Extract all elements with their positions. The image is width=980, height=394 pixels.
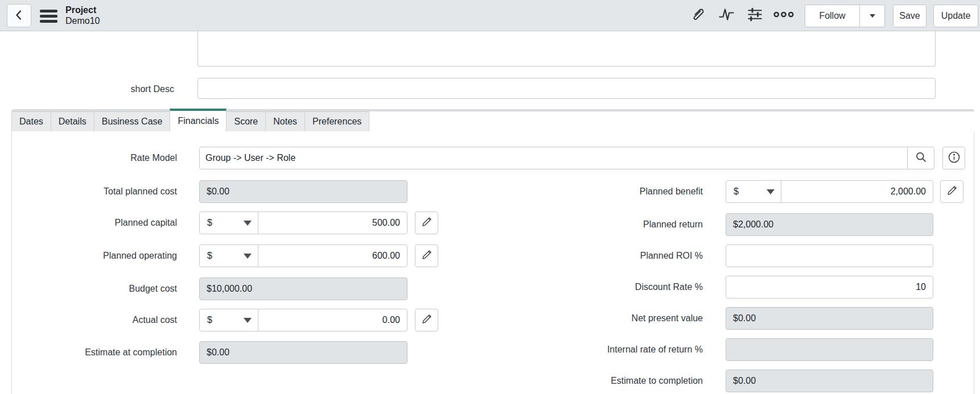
planned-benefit-input[interactable] — [781, 180, 933, 203]
follow-dropdown-button[interactable] — [859, 5, 885, 27]
internal-rate-of-return-label: Internal rate of return % — [532, 345, 703, 355]
chevron-down-icon — [244, 221, 252, 226]
currency-symbol: $ — [207, 315, 212, 325]
rate-model-info-button[interactable] — [942, 147, 965, 169]
budget-cost-value: $10,000.00 — [199, 277, 407, 300]
info-icon — [948, 151, 961, 166]
description-textarea[interactable] — [197, 31, 936, 67]
planned-benefit-edit-button[interactable] — [940, 180, 963, 203]
planned-capital-input[interactable] — [258, 211, 407, 234]
planned-operating-input[interactable] — [258, 244, 407, 267]
form-tabs: Dates Details Business Case Financials S… — [11, 109, 369, 132]
planned-operating-edit-button[interactable] — [415, 244, 438, 267]
paperclip-icon — [690, 7, 705, 24]
context-menu-icon[interactable] — [40, 10, 57, 23]
chevron-left-icon — [13, 9, 26, 23]
chevron-down-icon — [767, 189, 775, 194]
planned-capital-currency-select[interactable]: $ — [199, 211, 258, 234]
back-button[interactable] — [7, 4, 31, 27]
tab-financials[interactable]: Financials — [170, 109, 227, 132]
tab-dates[interactable]: Dates — [11, 111, 51, 132]
tab-details[interactable]: Details — [51, 111, 94, 132]
project-form-page: Project Demo10 Follow Save — [0, 0, 980, 394]
planned-capital-label: Planned capital — [18, 218, 177, 228]
budget-cost-label: Budget cost — [18, 284, 177, 294]
planned-capital-edit-button[interactable] — [415, 211, 438, 234]
attachment-button[interactable] — [684, 0, 710, 31]
currency-symbol: $ — [734, 186, 739, 197]
update-button[interactable]: Update — [933, 5, 978, 27]
personalize-form-button[interactable] — [742, 0, 768, 31]
pencil-icon — [421, 216, 433, 230]
rate-model-input[interactable] — [199, 147, 908, 169]
actual-cost-label: Actual cost — [18, 315, 177, 325]
chevron-down-icon — [244, 318, 252, 323]
currency-symbol: $ — [207, 218, 212, 228]
planned-roi-input[interactable] — [726, 244, 933, 267]
rate-model-label: Rate Model — [18, 153, 177, 163]
activity-stream-button[interactable] — [713, 0, 739, 31]
record-name: Demo10 — [65, 15, 100, 26]
page-title: Project — [65, 5, 100, 15]
actual-cost-currency-select[interactable]: $ — [199, 309, 258, 331]
tab-preferences[interactable]: Preferences — [304, 111, 369, 132]
more-options-icon — [773, 10, 794, 21]
record-title: Project Demo10 — [65, 5, 100, 26]
pencil-icon — [421, 249, 433, 263]
estimate-to-completion-label: Estimate to completion — [532, 376, 703, 386]
planned-operating-currency-select[interactable]: $ — [199, 244, 258, 267]
net-present-value-label: Net present value — [532, 313, 703, 324]
currency-symbol: $ — [207, 251, 212, 261]
chevron-down-icon — [244, 254, 252, 259]
discount-rate-input[interactable] — [726, 276, 933, 298]
pencil-icon — [946, 185, 958, 198]
pulse-icon — [718, 6, 735, 25]
planned-roi-label: Planned ROI % — [532, 251, 703, 261]
search-icon — [915, 151, 927, 165]
internal-rate-of-return-value — [726, 338, 933, 361]
planned-return-label: Planned return — [532, 219, 703, 230]
planned-operating-label: Planned operating — [18, 251, 177, 261]
save-button[interactable]: Save — [893, 5, 927, 27]
chevron-down-icon — [870, 14, 875, 18]
sliders-icon — [747, 7, 763, 24]
discount-rate-label: Discount Rate % — [532, 282, 703, 292]
tab-business-case[interactable]: Business Case — [94, 111, 171, 132]
actual-cost-edit-button[interactable] — [415, 309, 438, 331]
more-options-button[interactable] — [771, 0, 797, 31]
form-header: Project Demo10 Follow Save — [0, 0, 980, 31]
tab-notes[interactable]: Notes — [265, 111, 305, 132]
short-desc-label: short Desc — [51, 84, 174, 94]
estimate-to-completion-value: $0.00 — [726, 370, 933, 392]
estimate-at-completion-label: Estimate at completion — [18, 347, 177, 358]
planned-benefit-label: Planned benefit — [532, 186, 703, 197]
pencil-icon — [421, 313, 433, 327]
planned-benefit-currency-select[interactable]: $ — [726, 180, 781, 203]
total-planned-cost-value: $0.00 — [199, 180, 407, 203]
rate-model-lookup-button[interactable] — [907, 147, 934, 169]
short-desc-input[interactable] — [197, 78, 936, 99]
follow-button[interactable]: Follow — [805, 5, 860, 27]
net-present-value-value: $0.00 — [726, 307, 933, 330]
total-planned-cost-label: Total planned cost — [18, 186, 177, 197]
planned-return-value: $2,000.00 — [726, 213, 933, 236]
estimate-at-completion-value: $0.00 — [199, 341, 407, 364]
tab-score[interactable]: Score — [226, 111, 266, 132]
actual-cost-input[interactable] — [258, 309, 407, 331]
